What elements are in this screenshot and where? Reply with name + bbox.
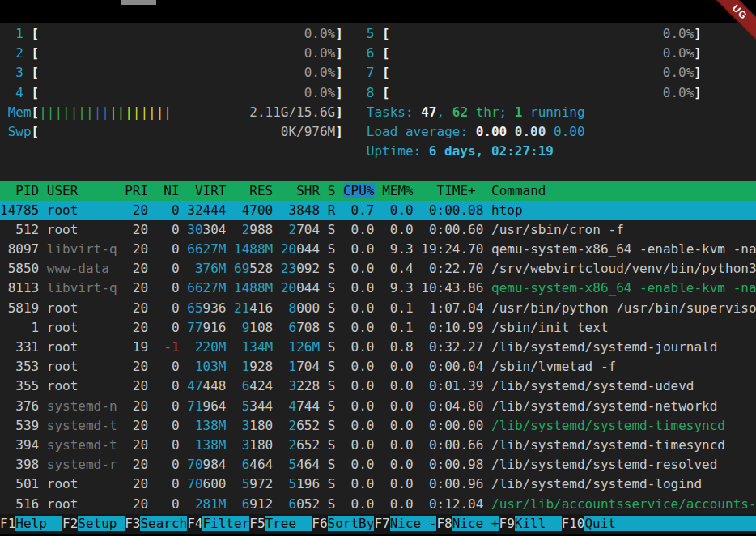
process-row[interactable]: 539 systemd-t 20 0 138M 3180 2652 S 0.0 … bbox=[0, 416, 756, 436]
cpu-meter-value: 0.0% bbox=[390, 85, 694, 100]
process-row[interactable]: 5850 www-data 20 0 376M 69528 23092 S 0.… bbox=[0, 259, 756, 279]
text: ; bbox=[499, 104, 515, 120]
spacer bbox=[39, 202, 47, 218]
spacer bbox=[414, 476, 422, 491]
process-row[interactable]: 376 systemd-n 20 0 71964 5344 4744 S 0.0… bbox=[0, 397, 756, 416]
process-row[interactable]: 516 root 20 0 281M 6912 6052 S 0.0 0.0 0… bbox=[0, 495, 756, 514]
spacer bbox=[483, 183, 491, 198]
fkey-f10[interactable]: F10Quit bbox=[562, 516, 756, 531]
spacer bbox=[226, 202, 234, 218]
column-header-cmd[interactable]: Command bbox=[491, 183, 546, 198]
fkey-f1[interactable]: F1Help bbox=[0, 516, 62, 531]
column-header-ni[interactable]: NI bbox=[156, 183, 180, 198]
load-15min: 0.00 bbox=[554, 124, 585, 139]
text: 000 bbox=[296, 300, 320, 316]
cell-pid: 8113 bbox=[0, 280, 39, 296]
fkey-f8[interactable]: F8Nice + bbox=[436, 516, 499, 531]
spacer bbox=[226, 183, 234, 198]
cell-command: /lib/systemd/systemd-networkd bbox=[491, 398, 717, 414]
cpu-meter-5: 5 [ 0.0%] bbox=[367, 26, 702, 41]
cpu-meter-value: 0.0% bbox=[390, 65, 694, 80]
process-row[interactable]: 14785 root 20 0 32444 4700 3848 R 0.7 0.… bbox=[0, 201, 756, 220]
column-header-mem[interactable]: MEM% bbox=[382, 183, 414, 198]
text: 228 bbox=[296, 378, 320, 393]
cell-cpu: 0.7 bbox=[343, 202, 375, 218]
fkey-f4[interactable]: F4Filter bbox=[187, 516, 249, 531]
swap-meter-value: 0K/976M bbox=[281, 124, 335, 139]
spacer bbox=[226, 222, 234, 237]
text: 916 bbox=[203, 320, 227, 335]
process-row[interactable]: 331 root 19 -1 220M 134M 126M S 0.0 0.8 … bbox=[0, 338, 756, 357]
spacer bbox=[483, 418, 491, 433]
cell-memvalue: 69528 bbox=[234, 261, 273, 276]
process-row[interactable]: 355 root 20 0 47448 6424 3228 S 0.0 0.0 … bbox=[0, 376, 756, 396]
spacer bbox=[117, 359, 125, 374]
column-header-s[interactable]: S bbox=[328, 183, 336, 198]
process-row[interactable]: 8097 libvirt-q 20 0 6627M 1488M 20044 S … bbox=[0, 240, 756, 259]
cell-ni: 0 bbox=[156, 398, 180, 414]
fkey-number: F9 bbox=[499, 516, 515, 531]
spacer bbox=[320, 496, 328, 512]
process-row[interactable]: 398 systemd-r 20 0 70984 6464 5464 S 0.0… bbox=[0, 455, 756, 474]
text: 912 bbox=[249, 496, 273, 512]
process-row[interactable]: 501 root 20 0 70600 5972 5196 S 0.0 0.0 … bbox=[0, 474, 756, 494]
spacer bbox=[226, 378, 234, 393]
cell-state: R bbox=[328, 202, 336, 218]
spacer bbox=[117, 476, 125, 491]
column-header-pid[interactable]: PID bbox=[0, 183, 39, 198]
text: 424 bbox=[249, 378, 273, 393]
column-header-shr[interactable]: SHR bbox=[281, 183, 320, 198]
cpu-meter-7: 7 [ 0.0%] bbox=[367, 65, 702, 80]
fkey-f6[interactable]: F6SortBy bbox=[312, 516, 374, 531]
cell-time: 0:12.04 bbox=[421, 496, 483, 512]
text: 744 bbox=[296, 398, 320, 414]
meter-close-bracket: ] bbox=[335, 104, 343, 120]
cell-state: S bbox=[328, 261, 336, 276]
spacer bbox=[226, 398, 234, 414]
fkey-f7[interactable]: F7Nice - bbox=[374, 516, 436, 531]
threads-label: thr bbox=[468, 104, 499, 120]
cell-state: S bbox=[328, 418, 336, 433]
process-row[interactable]: 1 root 20 0 77916 9108 6708 S 0.0 0.1 0:… bbox=[0, 318, 756, 338]
cell-pri: 20 bbox=[125, 378, 148, 393]
fkey-f5[interactable]: F5Tree bbox=[249, 516, 312, 531]
fkey-f2[interactable]: F2Setup bbox=[62, 516, 125, 531]
cell-state: S bbox=[328, 300, 336, 316]
cell-command: /lib/systemd/systemd-logind bbox=[491, 476, 702, 491]
cell-time: 1:07.04 bbox=[421, 300, 483, 316]
cell-memvalue: 20044 bbox=[281, 241, 320, 257]
spacer bbox=[483, 222, 491, 237]
cell-pid: 353 bbox=[0, 359, 39, 374]
cell-state: S bbox=[328, 241, 336, 257]
cell-user: root bbox=[47, 202, 117, 218]
column-header-user[interactable]: USER bbox=[47, 183, 117, 198]
spacer bbox=[320, 280, 328, 296]
process-row[interactable]: 512 root 20 0 30304 2988 2704 S 0.0 0.0 … bbox=[0, 220, 756, 240]
column-header-res[interactable]: RES bbox=[234, 183, 273, 198]
spacer bbox=[375, 261, 383, 276]
fkey-number: F6 bbox=[312, 516, 327, 531]
process-row[interactable]: 353 root 20 0 103M 1928 1704 S 0.0 0.0 0… bbox=[0, 357, 756, 376]
spacer bbox=[226, 280, 234, 296]
meter-close-bracket: ] bbox=[335, 26, 343, 41]
process-row[interactable]: 5819 root 20 0 65936 21416 8000 S 0.0 0.… bbox=[0, 299, 756, 318]
cell-cpu: 0.0 bbox=[343, 280, 375, 296]
fkey-f3[interactable]: F3Search bbox=[125, 516, 187, 531]
threads-count: 62 bbox=[452, 104, 468, 120]
text: 5 bbox=[234, 476, 249, 491]
spacer bbox=[335, 378, 343, 393]
cell-state: S bbox=[328, 359, 336, 374]
column-header-pri[interactable]: PRI bbox=[125, 183, 148, 198]
spacer bbox=[320, 398, 328, 414]
column-header-cpu[interactable]: CPU% bbox=[343, 183, 375, 198]
text: 972 bbox=[249, 476, 273, 491]
column-header-time[interactable]: TIME+ bbox=[421, 183, 483, 198]
cell-pid: 516 bbox=[0, 496, 39, 512]
fkey-f9[interactable]: F9Kill bbox=[499, 516, 562, 531]
column-header-virt[interactable]: VIRT bbox=[187, 183, 226, 198]
cpu-meter-8: 8 [ 0.0%] bbox=[367, 85, 702, 100]
process-row[interactable]: 394 systemd-t 20 0 138M 3180 2652 S 0.0 … bbox=[0, 436, 756, 455]
spacer bbox=[117, 496, 125, 512]
text: 103M bbox=[187, 359, 226, 374]
process-row[interactable]: 8113 libvirt-q 20 0 6627M 1488M 20044 S … bbox=[0, 279, 756, 298]
